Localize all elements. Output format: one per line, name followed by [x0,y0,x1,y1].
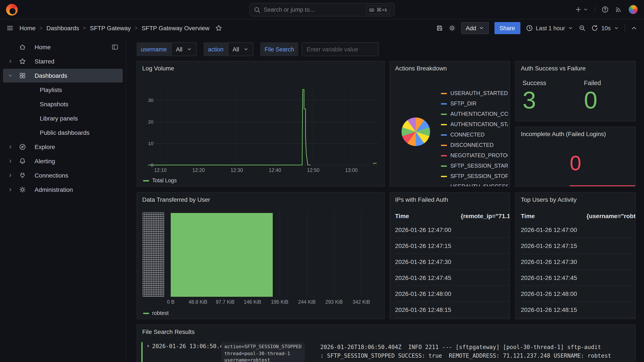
table: Time{remote_ip="71.121.237.248"}2026-01-… [395,210,510,318]
legend-item-total-logs[interactable]: Total Logs [143,178,177,184]
legend-item-sftp-session-stopped[interactable]: SFTP_SESSION_STOPPED [441,171,508,181]
table-row: 2026-01-26 12:48:00 [395,286,510,302]
pie-chart [402,117,430,146]
share-button[interactable]: Share [494,22,520,34]
chevron-down-icon [568,25,573,31]
refresh-icon [591,25,598,31]
column-header-value[interactable]: {remote_ip="71.121.237.248"} [461,213,510,219]
cell-time: 2026-01-26 12:47:15 [395,242,461,249]
legend-item-authentication-complete[interactable]: AUTHENTICATION_COMPLETE [441,109,508,119]
log-field: thread=pool-30-thread-1 [224,350,302,357]
variable-action-value[interactable]: All [228,42,253,56]
svg-text:30: 30 [148,98,154,103]
zoom-out-icon[interactable] [579,25,586,31]
breadcrumb-item-dashboards[interactable]: Dashboards [46,25,79,31]
dashboard-settings-icon[interactable] [448,25,455,31]
legend-color-dash [143,313,149,314]
expand-log-caret-icon[interactable] [146,344,151,349]
panel-title[interactable]: Auth Success vs Failure [516,61,635,75]
add-panel-button[interactable]: Add [461,22,488,34]
table-row: 2026-01-26 12:48:00 [521,286,635,302]
svg-text:12:40: 12:40 [269,167,281,173]
bar-gauge-chart: 0 B48.8 KiB97.7 KiB146 KiB195 KiB244 KiB… [137,193,384,319]
sidebar-item-explore[interactable]: Explore [3,140,123,154]
legend-item-disconnected[interactable]: DISCONNECTED [441,140,508,150]
panel-title[interactable]: Log Volume [137,61,384,75]
sidebar-item-library-panels[interactable]: Library panels [3,111,123,125]
breadcrumb-item-sftp-gateway-overview[interactable]: SFTP Gateway Overview [142,25,210,31]
menu-icon[interactable] [6,25,14,31]
legend-color-dash [143,180,149,181]
time-range-picker[interactable]: Last 1 hour [526,25,573,31]
sidebar-item-administration[interactable]: Administration [3,183,123,197]
svg-text:12:30: 12:30 [230,167,243,173]
panel-title[interactable]: Incomplete Auth (Failed Logins) [516,127,635,141]
legend-item-userauth-started[interactable]: USERAUTH_STARTED [441,88,508,98]
chevron-right-icon[interactable] [8,173,19,178]
sidebar-item-label: Connections [34,172,68,179]
legend-item-negotiated-protocol[interactable]: NEGOTIATED_PROTOCOL [441,150,508,161]
sidebar-item-dashboards[interactable]: Dashboards [3,69,123,82]
chevron-right-icon[interactable] [8,187,19,192]
legend-item-userauth-success[interactable]: USERAUTH_SUCCESS [441,181,508,187]
overlapping-axis-labels [143,212,164,297]
sidebar-item-starred[interactable]: Starred [3,54,123,68]
chevron-right-icon[interactable] [8,144,19,149]
search-bar[interactable]: ⌘+k [250,3,394,16]
variable-username-value[interactable]: All [171,42,197,56]
column-header-value[interactable]: {username="robtest"} [586,213,635,219]
x-axis-label: 244 KiB [298,299,316,305]
sidebar-item-home[interactable]: Home [3,40,123,54]
collapse-sidebar-icon[interactable] [112,44,118,50]
chevron-down-icon [614,25,619,31]
column-header-time[interactable]: Time [521,213,586,219]
legend-item-robtest[interactable]: robtest [143,310,168,316]
plus-icon [575,6,582,13]
panel-title[interactable]: Actions Breakdown [390,61,510,75]
user-avatar[interactable] [628,5,638,14]
help-button[interactable] [602,6,608,13]
variable-username-selected: All [176,46,182,52]
legend-item-connected[interactable]: CONNECTED [441,130,508,140]
refresh-interval-label: 10s [601,25,611,31]
sidebar-item-playlists[interactable]: Playlists [3,83,123,97]
column-header-time[interactable]: Time [395,213,461,219]
chevron-down-icon [583,7,588,12]
panel-title[interactable]: Top Users by Activity [516,193,635,207]
breadcrumb-item-sftp-gateway[interactable]: SFTP Gateway [90,25,131,31]
panel-ips-failed-auth: IPs with Failed Auth Time{remote_ip="71.… [390,192,510,319]
stat-value: 3 [522,88,584,112]
sidebar-item-snapshots[interactable]: Snapshots [3,97,123,111]
shortcut-label: ⌘+k [376,7,387,13]
x-axis-label: 342 KiB [353,299,370,305]
sidebar-item-alerting[interactable]: Alerting [3,154,123,168]
breadcrumb-separator: > [135,25,138,31]
breadcrumb-item-home[interactable]: Home [20,25,36,31]
sidebar-item-connections[interactable]: Connections [3,168,123,182]
divider [595,6,595,13]
news-button[interactable] [615,6,622,13]
legend-item-sftp-session-started[interactable]: SFTP_SESSION_STARTED [441,161,508,171]
chevron-down-icon[interactable] [8,73,19,78]
log-message-line: 2026-01-26T18:06:50.404Z INFO 2211 --- [… [320,343,630,352]
sidebar-item-public-dashboards[interactable]: Public dashboards [3,126,123,140]
legend-item-authentication-started[interactable]: AUTHENTICATION_STARTED [441,119,508,130]
panel-title[interactable]: File Search Results [137,325,635,339]
search-input[interactable] [264,6,363,13]
legend-label: AUTHENTICATION_STARTED [450,121,508,127]
legend-label: USERAUTH_STARTED [450,90,508,96]
chevron-right-icon[interactable] [8,59,19,64]
cell-time: 2026-01-26 12:47:00 [395,226,461,233]
chevron-right-icon[interactable] [8,159,19,164]
grafana-logo[interactable] [6,4,18,15]
sidebar-item-label: Playlists [40,86,62,93]
new-menu-button[interactable] [575,6,588,13]
save-dashboard-icon[interactable] [436,25,443,31]
keyboard-icon [369,7,374,12]
collapse-toolbar-icon[interactable] [630,25,638,31]
legend-item-sftp-dir[interactable]: SFTP_DIR [441,98,508,109]
refresh-picker[interactable]: 10s [591,25,619,31]
panel-title[interactable]: IPs with Failed Auth [390,193,510,207]
favorite-star-icon[interactable] [216,25,222,31]
variable-file-search-input[interactable] [302,42,379,56]
